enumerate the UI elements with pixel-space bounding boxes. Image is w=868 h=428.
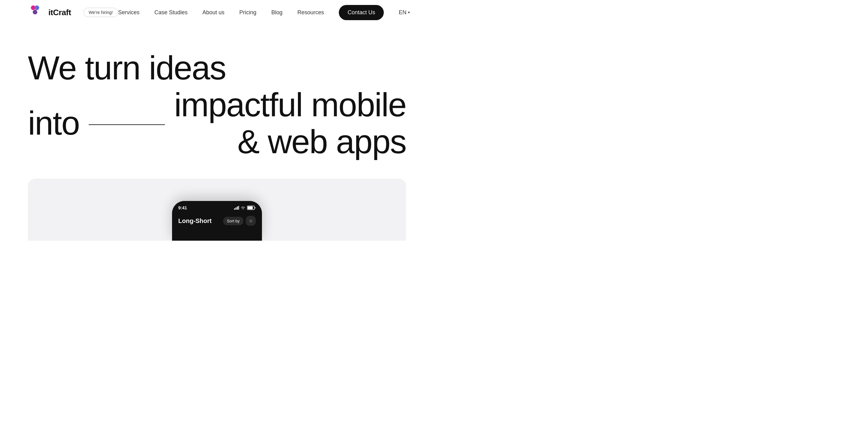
site-header: itCraft We're hiring! Services Case Stud…	[0, 0, 434, 25]
nav-pricing[interactable]: Pricing	[239, 9, 256, 16]
nav-services[interactable]: Services	[118, 9, 140, 16]
language-selector[interactable]: EN ▾	[399, 9, 410, 16]
hiring-badge[interactable]: We're hiring!	[83, 8, 118, 17]
hero-section: We turn ideas into impactful mobile & we…	[0, 25, 434, 160]
mockup-section: 9:41	[28, 179, 406, 241]
wifi-icon	[241, 206, 246, 210]
nav-resources[interactable]: Resources	[297, 9, 324, 16]
phone-status-bar: 9:41	[172, 201, 262, 213]
hero-divider-line	[89, 124, 165, 125]
svg-rect-6	[238, 206, 239, 210]
phone-app-header: Long-Short Sort by ☆	[177, 213, 257, 230]
chevron-down-icon: ▾	[408, 10, 410, 14]
svg-marker-2	[33, 10, 37, 14]
lang-label: EN	[399, 9, 406, 16]
battery-icon	[247, 206, 256, 210]
hero-line-1: We turn ideas	[28, 50, 406, 87]
svg-marker-1	[34, 6, 39, 10]
phone-app-buttons: Sort by ☆	[223, 216, 256, 226]
hero-line-2: into impactful mobile & web apps	[28, 87, 406, 160]
logo-area: itCraft	[28, 4, 71, 21]
sort-by-button[interactable]: Sort by	[223, 217, 243, 225]
phone-app-title: Long-Short	[178, 217, 212, 224]
phone-screen: Long-Short Sort by ☆	[172, 213, 262, 241]
nav-blog[interactable]: Blog	[271, 9, 282, 16]
contact-us-button[interactable]: Contact Us	[339, 5, 384, 20]
nav-about-us[interactable]: About us	[203, 9, 224, 16]
logo-text: itCraft	[49, 8, 71, 18]
star-button[interactable]: ☆	[246, 216, 256, 226]
phone-mockup: 9:41	[172, 201, 262, 241]
signal-icon	[234, 206, 239, 210]
svg-rect-9	[248, 207, 253, 209]
logo-icon	[28, 4, 44, 21]
svg-rect-4	[236, 208, 237, 210]
main-nav: Services Case Studies About us Pricing B…	[118, 5, 410, 20]
nav-case-studies[interactable]: Case Studies	[154, 9, 188, 16]
svg-point-7	[243, 209, 243, 209]
svg-rect-5	[237, 207, 238, 210]
hero-web-apps: & web apps	[174, 123, 406, 160]
svg-rect-3	[234, 208, 235, 210]
phone-status-icons	[234, 206, 256, 210]
hero-into-word: into	[28, 105, 80, 142]
phone-time: 9:41	[178, 205, 187, 210]
hero-impactful: impactful mobile	[174, 87, 406, 123]
hero-right-text: impactful mobile & web apps	[174, 87, 406, 160]
hero-headline: We turn ideas into impactful mobile & we…	[28, 50, 406, 160]
